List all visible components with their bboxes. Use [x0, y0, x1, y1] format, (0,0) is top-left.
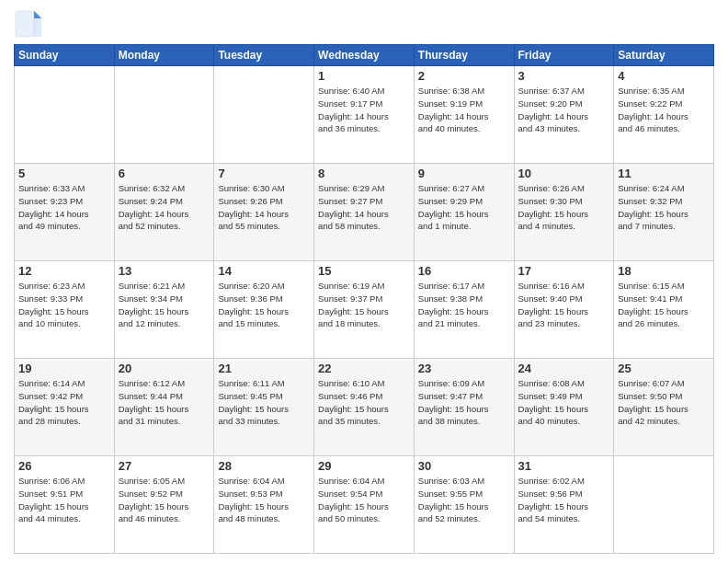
svg-rect-2 — [34, 18, 41, 37]
calendar-cell: 22Sunrise: 6:10 AM Sunset: 9:46 PM Dayli… — [314, 359, 415, 456]
day-info: Sunrise: 6:24 AM Sunset: 9:32 PM Dayligh… — [618, 182, 710, 233]
day-number: 7 — [218, 167, 310, 180]
day-info: Sunrise: 6:30 AM Sunset: 9:26 PM Dayligh… — [218, 182, 310, 233]
day-number: 23 — [418, 362, 510, 375]
calendar-cell: 7Sunrise: 6:30 AM Sunset: 9:26 PM Daylig… — [214, 164, 314, 261]
calendar-cell: 29Sunrise: 6:04 AM Sunset: 9:54 PM Dayli… — [314, 456, 415, 554]
calendar-cell: 11Sunrise: 6:24 AM Sunset: 9:32 PM Dayli… — [614, 164, 714, 261]
calendar-cell: 25Sunrise: 6:07 AM Sunset: 9:50 PM Dayli… — [614, 359, 714, 456]
day-number: 28 — [218, 459, 310, 473]
day-info: Sunrise: 6:05 AM Sunset: 9:52 PM Dayligh… — [119, 475, 210, 525]
day-number: 4 — [618, 69, 710, 83]
calendar-cell: 8Sunrise: 6:29 AM Sunset: 9:27 PM Daylig… — [314, 164, 415, 261]
day-number: 6 — [119, 167, 210, 180]
calendar-cell: 5Sunrise: 6:33 AM Sunset: 9:23 PM Daylig… — [15, 164, 115, 261]
calendar-week-1: 1Sunrise: 6:40 AM Sunset: 9:17 PM Daylig… — [15, 66, 714, 164]
day-info: Sunrise: 6:03 AM Sunset: 9:55 PM Dayligh… — [418, 475, 510, 525]
day-number: 17 — [518, 264, 610, 278]
day-number: 2 — [418, 69, 510, 83]
day-number: 3 — [518, 69, 610, 83]
calendar-cell: 2Sunrise: 6:38 AM Sunset: 9:19 PM Daylig… — [414, 66, 514, 164]
calendar-cell: 26Sunrise: 6:06 AM Sunset: 9:51 PM Dayli… — [15, 456, 115, 554]
day-number: 31 — [518, 459, 610, 473]
calendar-week-5: 26Sunrise: 6:06 AM Sunset: 9:51 PM Dayli… — [15, 456, 714, 554]
day-number: 9 — [418, 167, 510, 180]
calendar-cell: 17Sunrise: 6:16 AM Sunset: 9:40 PM Dayli… — [514, 261, 614, 359]
calendar-cell: 27Sunrise: 6:05 AM Sunset: 9:52 PM Dayli… — [114, 456, 214, 554]
calendar-cell: 18Sunrise: 6:15 AM Sunset: 9:41 PM Dayli… — [614, 261, 714, 359]
calendar-cell: 10Sunrise: 6:26 AM Sunset: 9:30 PM Dayli… — [514, 164, 614, 261]
day-number: 24 — [518, 362, 610, 375]
day-number: 25 — [618, 362, 710, 375]
day-info: Sunrise: 6:35 AM Sunset: 9:22 PM Dayligh… — [618, 85, 710, 135]
calendar-cell — [214, 66, 314, 164]
calendar-cell: 1Sunrise: 6:40 AM Sunset: 9:17 PM Daylig… — [314, 66, 415, 164]
page: SundayMondayTuesdayWednesdayThursdayFrid… — [0, 0, 728, 563]
day-info: Sunrise: 6:37 AM Sunset: 9:20 PM Dayligh… — [518, 85, 610, 135]
day-info: Sunrise: 6:27 AM Sunset: 9:29 PM Dayligh… — [418, 182, 510, 233]
day-number: 1 — [318, 69, 410, 83]
day-number: 26 — [18, 459, 110, 473]
calendar-cell: 31Sunrise: 6:02 AM Sunset: 9:56 PM Dayli… — [514, 456, 614, 554]
calendar-cell — [614, 456, 714, 554]
calendar-cell — [15, 66, 115, 164]
day-number: 11 — [618, 167, 710, 180]
day-number: 5 — [18, 167, 110, 180]
calendar-cell: 20Sunrise: 6:12 AM Sunset: 9:44 PM Dayli… — [114, 359, 214, 456]
day-number: 22 — [318, 362, 410, 375]
day-info: Sunrise: 6:09 AM Sunset: 9:47 PM Dayligh… — [418, 377, 510, 428]
logo — [14, 9, 45, 39]
calendar-cell: 16Sunrise: 6:17 AM Sunset: 9:38 PM Dayli… — [414, 261, 514, 359]
calendar-header-thursday: Thursday — [414, 45, 514, 66]
day-number: 16 — [418, 264, 510, 278]
day-info: Sunrise: 6:20 AM Sunset: 9:36 PM Dayligh… — [218, 280, 310, 330]
day-info: Sunrise: 6:19 AM Sunset: 9:37 PM Dayligh… — [318, 280, 410, 330]
calendar-header-monday: Monday — [114, 45, 214, 66]
calendar-week-2: 5Sunrise: 6:33 AM Sunset: 9:23 PM Daylig… — [15, 164, 714, 261]
calendar-cell — [114, 66, 214, 164]
calendar-cell: 4Sunrise: 6:35 AM Sunset: 9:22 PM Daylig… — [614, 66, 714, 164]
day-number: 20 — [119, 362, 210, 375]
logo-icon — [14, 9, 43, 39]
calendar-cell: 15Sunrise: 6:19 AM Sunset: 9:37 PM Dayli… — [314, 261, 415, 359]
calendar-cell: 30Sunrise: 6:03 AM Sunset: 9:55 PM Dayli… — [414, 456, 514, 554]
day-number: 15 — [318, 264, 410, 278]
day-number: 14 — [218, 264, 310, 278]
day-info: Sunrise: 6:38 AM Sunset: 9:19 PM Dayligh… — [418, 85, 510, 135]
day-number: 30 — [418, 459, 510, 473]
calendar-header-saturday: Saturday — [614, 45, 714, 66]
day-info: Sunrise: 6:26 AM Sunset: 9:30 PM Dayligh… — [518, 182, 610, 233]
calendar-header-wednesday: Wednesday — [314, 45, 415, 66]
day-number: 19 — [18, 362, 110, 375]
day-info: Sunrise: 6:15 AM Sunset: 9:41 PM Dayligh… — [618, 280, 710, 330]
calendar-cell: 19Sunrise: 6:14 AM Sunset: 9:42 PM Dayli… — [15, 359, 115, 456]
calendar-cell: 24Sunrise: 6:08 AM Sunset: 9:49 PM Dayli… — [514, 359, 614, 456]
day-info: Sunrise: 6:08 AM Sunset: 9:49 PM Dayligh… — [518, 377, 610, 428]
day-number: 21 — [218, 362, 310, 375]
day-info: Sunrise: 6:02 AM Sunset: 9:56 PM Dayligh… — [518, 475, 610, 525]
calendar-week-3: 12Sunrise: 6:23 AM Sunset: 9:33 PM Dayli… — [15, 261, 714, 359]
day-number: 18 — [618, 264, 710, 278]
calendar-cell: 21Sunrise: 6:11 AM Sunset: 9:45 PM Dayli… — [214, 359, 314, 456]
day-info: Sunrise: 6:04 AM Sunset: 9:54 PM Dayligh… — [318, 475, 410, 525]
calendar-header-tuesday: Tuesday — [214, 45, 314, 66]
day-number: 13 — [119, 264, 210, 278]
day-info: Sunrise: 6:06 AM Sunset: 9:51 PM Dayligh… — [18, 475, 110, 525]
day-number: 29 — [318, 459, 410, 473]
calendar-cell: 14Sunrise: 6:20 AM Sunset: 9:36 PM Dayli… — [214, 261, 314, 359]
day-info: Sunrise: 6:12 AM Sunset: 9:44 PM Dayligh… — [119, 377, 210, 428]
calendar-cell: 23Sunrise: 6:09 AM Sunset: 9:47 PM Dayli… — [414, 359, 514, 456]
day-info: Sunrise: 6:17 AM Sunset: 9:38 PM Dayligh… — [418, 280, 510, 330]
calendar-cell: 6Sunrise: 6:32 AM Sunset: 9:24 PM Daylig… — [114, 164, 214, 261]
calendar-cell: 3Sunrise: 6:37 AM Sunset: 9:20 PM Daylig… — [514, 66, 614, 164]
header — [14, 9, 714, 39]
calendar-cell: 13Sunrise: 6:21 AM Sunset: 9:34 PM Dayli… — [114, 261, 214, 359]
calendar-header-row: SundayMondayTuesdayWednesdayThursdayFrid… — [15, 45, 714, 66]
day-number: 10 — [518, 167, 610, 180]
day-info: Sunrise: 6:11 AM Sunset: 9:45 PM Dayligh… — [218, 377, 310, 428]
calendar-cell: 12Sunrise: 6:23 AM Sunset: 9:33 PM Dayli… — [15, 261, 115, 359]
day-number: 27 — [119, 459, 210, 473]
day-info: Sunrise: 6:33 AM Sunset: 9:23 PM Dayligh… — [18, 182, 110, 233]
day-info: Sunrise: 6:04 AM Sunset: 9:53 PM Dayligh… — [218, 475, 310, 525]
calendar-header-sunday: Sunday — [15, 45, 115, 66]
